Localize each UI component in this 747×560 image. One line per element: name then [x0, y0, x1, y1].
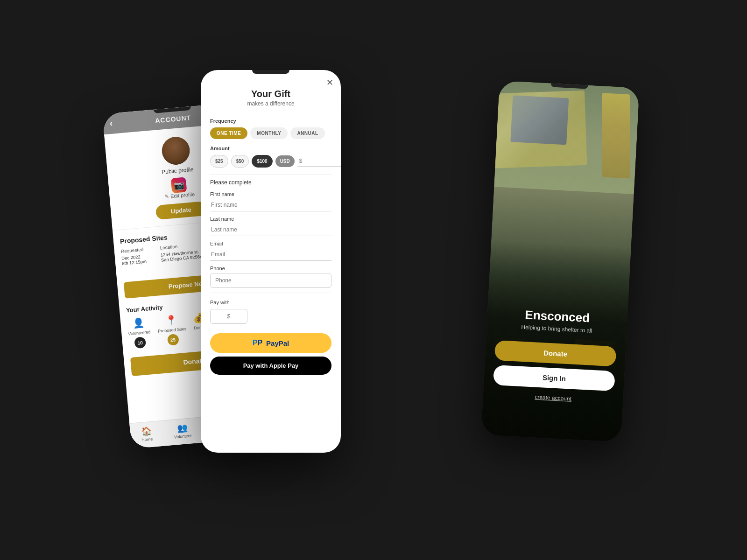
- sites-count: 25: [167, 334, 179, 346]
- activity-volunteered: 👤 Volunteered 10: [127, 316, 152, 349]
- last-name-label: Last name: [210, 216, 331, 222]
- nav-volunteer-label: Volunteer: [174, 433, 192, 439]
- close-button[interactable]: ✕: [326, 77, 333, 88]
- paypal-label: PayPal: [266, 339, 289, 347]
- donation-title: Your Gift: [210, 89, 331, 99]
- nav-home[interactable]: 🏠 Home: [141, 426, 153, 442]
- email-label: Email: [210, 241, 331, 246]
- phone-landing: Ensconced Helping to bring shelter to al…: [481, 81, 639, 442]
- sites-label: Proposed Sites: [158, 327, 187, 334]
- donate-cta-button[interactable]: Donate: [494, 340, 617, 367]
- first-name-input[interactable]: [210, 199, 331, 211]
- phone-label: Phone: [210, 266, 331, 271]
- amount-100[interactable]: $100: [252, 155, 272, 168]
- donation-subtitle: makes a difference: [210, 100, 331, 107]
- pay-amount-display: $: [210, 309, 247, 324]
- email-group: Email: [210, 241, 331, 261]
- last-name-group: Last name: [210, 216, 331, 236]
- home-icon: 🏠: [141, 426, 152, 437]
- currency-label: USD: [275, 155, 295, 167]
- pay-with-label: Pay with: [210, 300, 331, 305]
- instagram-icon[interactable]: 📷: [171, 177, 187, 193]
- volunteer-nav-icon: 👥: [176, 422, 188, 434]
- amount-label: Amount: [210, 146, 331, 151]
- landing-content: Ensconced Helping to bring shelter to al…: [483, 306, 628, 405]
- donation-body: Frequency ONE TIME MONTHLY ANNUAL Amount…: [201, 114, 341, 450]
- please-complete-label: Please complete: [210, 179, 331, 186]
- cell-date: Dec 20228th 12:15pm: [121, 252, 160, 266]
- phone-group: Phone: [210, 266, 331, 288]
- donation-header: Your Gift makes a difference: [201, 70, 341, 114]
- amount-25[interactable]: $25: [210, 155, 228, 168]
- pay-with-section: Pay with $ PP PayPal Pay with Apple Pay: [210, 300, 331, 375]
- apple-pay-button[interactable]: Pay with Apple Pay: [210, 357, 331, 375]
- freq-annual[interactable]: ANNUAL: [290, 127, 324, 139]
- paypal-button[interactable]: PP PayPal: [210, 333, 331, 353]
- phone-input[interactable]: [210, 273, 331, 288]
- update-button[interactable]: Update: [155, 201, 207, 220]
- phone-donation: ✕ Your Gift makes a difference Frequency…: [201, 70, 341, 453]
- freq-monthly[interactable]: MONTHLY: [250, 127, 288, 139]
- nav-volunteer[interactable]: 👥 Volunteer: [173, 422, 192, 439]
- volunteer-icon: 👤: [132, 317, 145, 329]
- back-button[interactable]: ‹: [109, 119, 113, 129]
- freq-onetime[interactable]: ONE TIME: [210, 127, 247, 139]
- signin-button[interactable]: Sign In: [493, 365, 615, 392]
- email-input[interactable]: [210, 248, 331, 261]
- activity-sites: 📍 Proposed Sites 25: [156, 314, 188, 347]
- paypal-p-icon: PP: [253, 339, 262, 347]
- profile-name: Public profile: [162, 166, 194, 175]
- frequency-label: Frequency: [210, 118, 331, 124]
- nav-home-label: Home: [141, 437, 153, 442]
- volunteer-count: 10: [134, 336, 146, 349]
- frequency-tabs: ONE TIME MONTHLY ANNUAL: [210, 127, 331, 139]
- header-title: ACCOUNT: [155, 114, 191, 125]
- amount-row: $25 $50 $100 USD: [210, 155, 331, 168]
- last-name-input[interactable]: [210, 224, 331, 236]
- avatar: [161, 136, 191, 166]
- custom-amount-input[interactable]: [297, 156, 341, 167]
- sites-icon: 📍: [165, 314, 177, 326]
- first-name-label: First name: [210, 191, 331, 197]
- amount-50[interactable]: $50: [231, 155, 249, 168]
- first-name-group: First name: [210, 191, 331, 211]
- volunteer-label: Volunteered: [128, 329, 151, 336]
- edit-profile-link[interactable]: ✎ Edit profile: [165, 191, 195, 200]
